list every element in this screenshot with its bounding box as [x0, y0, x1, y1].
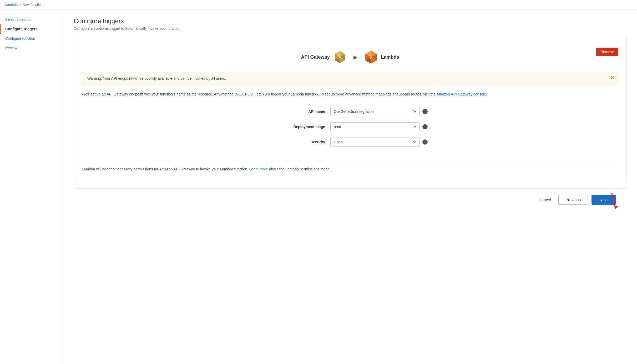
- api-gateway-console-link[interactable]: Amazon API Gateway console: [437, 92, 486, 96]
- warning-box: Warning: Your API endpoint will be publi…: [82, 72, 618, 85]
- security-label: Security: [272, 140, 325, 144]
- deployment-stage-label: Deployment stage: [272, 125, 325, 129]
- warning-text: Warning: Your API endpoint will be publi…: [87, 76, 226, 80]
- page-subtitle: Configure an optional trigger to automat…: [74, 26, 626, 31]
- deployment-stage-info-icon[interactable]: i: [422, 124, 428, 129]
- security-select[interactable]: Open AWS IAM Open with access key: [330, 138, 420, 146]
- api-name-info-icon[interactable]: i: [422, 109, 428, 114]
- breadcrumb-separator: >: [19, 3, 21, 7]
- api-name-label: API name: [272, 109, 325, 114]
- security-row: Security Open AWS IAM Open with access k…: [82, 138, 618, 146]
- target-label: Lambda: [381, 54, 399, 60]
- form-section: API name OpsGenieJiraIntegration i Deplo…: [82, 104, 618, 158]
- api-gateway-icon: [333, 50, 347, 64]
- trigger-diagram: API Gateway: [82, 45, 618, 72]
- trigger-card: API Gateway: [74, 37, 626, 183]
- page-title: Configure triggers: [74, 17, 626, 25]
- breadcrumb-current: New function: [23, 3, 43, 7]
- deployment-stage-control-wrap: prod i: [330, 122, 428, 131]
- api-name-control-wrap: OpsGenieJiraIntegration i: [330, 107, 428, 116]
- deployment-stage-row: Deployment stage prod i: [82, 122, 618, 131]
- sidebar: Select blueprint Configure triggers Conf…: [0, 9, 63, 363]
- breadcrumb: Lambda > New function: [0, 0, 637, 9]
- cancel-button[interactable]: Cancel: [535, 195, 555, 204]
- sidebar-item-select-blueprint[interactable]: Select blueprint: [0, 15, 63, 24]
- sidebar-item-configure-triggers[interactable]: Configure triggers: [0, 24, 63, 34]
- api-name-row: API name OpsGenieJiraIntegration i: [82, 107, 618, 116]
- sidebar-item-review[interactable]: Review: [0, 43, 63, 53]
- divider: [82, 161, 618, 161]
- deployment-stage-select[interactable]: prod: [330, 122, 420, 131]
- sidebar-item-configure-function[interactable]: Configure function: [0, 34, 63, 43]
- permissions-after-link: about the Lambda permissions model.: [268, 167, 331, 171]
- source-label: API Gateway: [301, 54, 330, 60]
- breadcrumb-lambda-link[interactable]: Lambda: [5, 3, 18, 7]
- remove-button[interactable]: Remove: [596, 48, 618, 56]
- lambda-icon: λ: [364, 50, 378, 64]
- svg-line-18: [608, 193, 619, 207]
- security-info-icon[interactable]: i: [422, 139, 428, 145]
- diagram-arrow: ▶: [353, 54, 357, 60]
- description-before-link: We'll set up an API Gateway endpoint wit…: [82, 92, 437, 96]
- api-name-select[interactable]: OpsGenieJiraIntegration: [330, 107, 420, 116]
- description-after-link: .: [486, 92, 487, 96]
- description-text: We'll set up an API Gateway endpoint wit…: [82, 91, 618, 97]
- warning-close-button[interactable]: ✕: [610, 75, 614, 80]
- previous-button[interactable]: Previous: [558, 195, 588, 205]
- page-footer: Cancel Previous Next: [74, 188, 626, 211]
- permissions-before-link: Lambda will add the necessary permission…: [82, 167, 249, 171]
- permissions-text: Lambda will add the necessary permission…: [82, 166, 618, 172]
- security-control-wrap: Open AWS IAM Open with access key i: [330, 138, 428, 146]
- main-content: Configure triggers Configure an optional…: [63, 9, 637, 363]
- learn-more-link[interactable]: Learn more: [249, 167, 268, 171]
- svg-marker-19: [614, 205, 618, 209]
- svg-text:λ: λ: [370, 54, 372, 60]
- page-layout: Select blueprint Configure triggers Conf…: [0, 9, 637, 363]
